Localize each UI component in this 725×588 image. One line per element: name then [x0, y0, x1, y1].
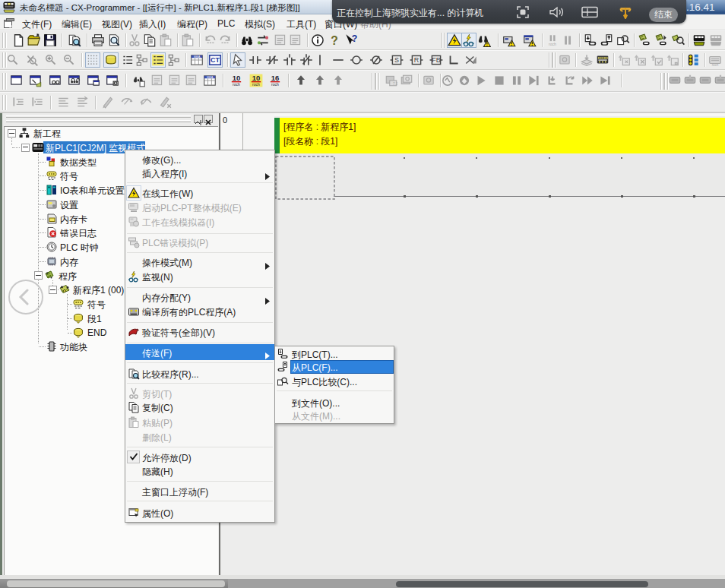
svg-text:S: S — [394, 56, 399, 64]
svg-text:SMA: SMA — [207, 75, 214, 79]
svg-text:roch: roch — [549, 42, 556, 46]
svg-text:?: ? — [352, 33, 358, 44]
svg-text:10: 10 — [252, 74, 261, 82]
svg-text:7.2: 7.2 — [393, 82, 398, 86]
svg-text:SMA: SMA — [194, 55, 201, 58]
svg-text:FB: FB — [432, 56, 440, 64]
svg-text:?: ? — [331, 34, 338, 47]
svg-text:R: R — [414, 56, 419, 64]
svg-text:roch: roch — [233, 82, 240, 87]
svg-text:roch: roch — [712, 63, 719, 67]
svg-text:CT: CT — [211, 56, 220, 64]
svg-text:10: 10 — [233, 74, 241, 82]
svg-text:16: 16 — [271, 74, 280, 82]
svg-text:roch: roch — [252, 82, 260, 87]
svg-text:roch: roch — [271, 82, 279, 87]
